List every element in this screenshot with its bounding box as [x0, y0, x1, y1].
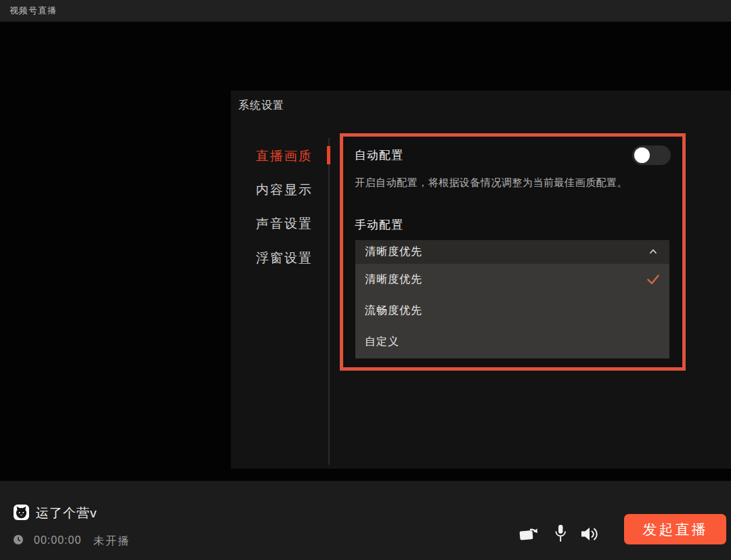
streamer-username: 运了个营v: [36, 505, 97, 522]
tab-float-window[interactable]: 浮窗设置: [256, 248, 330, 269]
footer-bar: 运了个营v 00:00:00 未开播: [0, 481, 731, 560]
toggle-knob: [634, 147, 650, 163]
settings-panel-title: 系统设置: [238, 99, 284, 113]
avatar: [14, 505, 29, 520]
auto-config-toggle[interactable]: [632, 145, 671, 165]
quality-mode-selected-value: 清晰度优先: [365, 245, 422, 259]
speaker-icon: [579, 525, 600, 543]
app-window: 视频号直播 系统设置 直播画质 内容显示 声音设置 浮窗设置 自动配置 开启自动…: [0, 0, 731, 560]
quality-mode-select[interactable]: 清晰度优先: [355, 240, 669, 264]
chevron-up-icon: [648, 246, 659, 260]
manual-config-label: 手动配置: [355, 217, 403, 233]
auto-config-description: 开启自动配置，将根据设备情况调整为当前最佳画质配置。: [355, 177, 627, 189]
rotate-screen-icon: [518, 524, 541, 543]
rotate-screen-button[interactable]: [514, 519, 544, 549]
checkmark-icon: [646, 273, 661, 289]
quality-settings-highlight-box: 自动配置 开启自动配置，将根据设备情况调整为当前最佳画质配置。 手动配置 清晰度…: [340, 133, 686, 371]
tab-content-display[interactable]: 内容显示: [256, 180, 330, 200]
window-title: 视频号直播: [9, 5, 57, 17]
auto-config-row: 自动配置: [355, 144, 671, 166]
speaker-button[interactable]: [575, 519, 604, 549]
option-smoothness-priority[interactable]: 流畅度优先: [355, 295, 669, 326]
quality-mode-option-list: 清晰度优先 流畅度优先 自定义: [355, 264, 669, 358]
option-custom[interactable]: 自定义: [355, 326, 669, 357]
cat-logo-icon: [14, 505, 29, 520]
tab-live-quality[interactable]: 直播画质: [256, 146, 330, 166]
microphone-icon: [552, 523, 569, 544]
active-tab-indicator: [327, 146, 330, 164]
option-clarity-priority[interactable]: 清晰度优先: [355, 264, 669, 295]
microphone-button[interactable]: [546, 519, 575, 549]
tab-sound-settings[interactable]: 声音设置: [256, 214, 330, 234]
stream-timer: 00:00:00: [34, 534, 81, 546]
title-bar: 视频号直播: [0, 0, 731, 22]
tab-divider: [328, 138, 330, 465]
stream-status: 未开播: [93, 534, 130, 549]
start-live-button[interactable]: 发起直播: [624, 514, 726, 544]
clock-icon: [14, 535, 23, 547]
auto-config-label: 自动配置: [355, 147, 403, 163]
